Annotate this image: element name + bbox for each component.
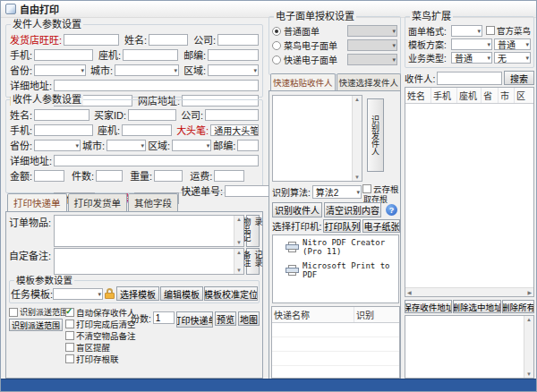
checkbox-keep-items-note[interactable] [65,331,74,340]
sender-company-input[interactable] [217,34,259,46]
scrollbar[interactable]: ▲▼ [352,96,362,181]
normal-waybill-select[interactable]: ▾ [347,25,397,37]
radio-express-waybill[interactable]: 快递电子面单 [272,53,337,66]
print-queue-button[interactable]: 打印队列 [323,219,361,233]
express-waybill-select[interactable]: ▾ [347,54,397,65]
preview-button[interactable]: 预览 [215,311,236,326]
sender-mobile-input[interactable] [34,49,93,61]
custom-note-textarea[interactable]: ▲▼ [54,248,244,275]
cainiao-waybill-select[interactable]: ▾ [347,39,397,51]
radio-normal-waybill[interactable]: 普通面单 [272,24,320,38]
recipient-district-select[interactable]: ▾ [172,140,211,151]
tab-quick-paste-recipient[interactable]: 快速粘贴收件人 [270,73,336,91]
checkbox-cloud-stub[interactable] [362,184,371,193]
paste-textarea[interactable]: ▲▼ [272,95,362,182]
recipient-province-select[interactable]: ▾ [34,140,81,151]
bigpen-select[interactable]: 通用大头笔▾ [210,124,259,136]
scrollbar[interactable]: ▲▼ [234,249,243,274]
recipient-city-select[interactable]: ▾ [107,140,146,151]
business-sub-select[interactable]: 无▾ [494,52,531,64]
table-row[interactable] [272,323,399,337]
table-row[interactable] [272,337,399,352]
table-row[interactable] [272,352,399,366]
checkbox-auto-save[interactable] [65,308,74,317]
business-type-select[interactable]: 普通▾ [451,52,492,64]
recipient-company-input[interactable] [205,109,259,121]
tab-print-invoice[interactable]: 打印发货单 [68,193,128,211]
select-template-button[interactable]: 选择模板 [116,286,159,301]
sender-zip-input[interactable] [208,49,259,61]
recipient-mobile-input[interactable] [34,124,93,136]
tab-quick-pick-sender[interactable]: 快速选择发件人 [337,73,402,90]
tab-print-express[interactable]: 打印快递单 [7,193,67,212]
recognize-recipient-button[interactable]: 识别收件人 [272,202,322,217]
sender-name-input[interactable] [149,34,188,46]
weight-input[interactable] [154,170,183,182]
radio-cainiao-waybill[interactable]: 菜鸟电子面单 [272,38,337,52]
clear-recognition-button[interactable]: 清空识别内容 [324,202,381,217]
address-note-textarea[interactable]: ▲▼ [405,315,534,379]
checkbox-clear-after-print[interactable] [65,320,74,328]
column-header[interactable]: 区 [515,88,533,103]
sender-district-select[interactable]: ▾ [208,64,259,76]
recognize-range-button[interactable]: 识别派送范围 [9,319,63,331]
waybill-format-select[interactable]: ▾ [451,25,482,37]
items-record-button[interactable]: 物品记录 [246,215,260,247]
column-header[interactable]: 快递名称 [272,307,354,322]
edit-template-button[interactable]: 编辑模板 [160,286,203,301]
sender-province-select[interactable]: ▾ [34,64,86,76]
sender-city-select[interactable]: ▾ [115,64,179,76]
scroll-down-icon[interactable]: ▼ [236,240,242,245]
help-icon[interactable]: ? [386,204,397,216]
e-paper-button[interactable]: 电子纸张 [362,219,400,233]
template-scheme-sub-select[interactable]: 普通▾ [494,38,531,50]
buyer-id-input[interactable] [128,109,176,121]
printer-list-item[interactable]: Nitro PDF Creator (Pro 11) [273,235,398,259]
freight-input[interactable] [214,170,244,182]
calibrate-template-button[interactable]: 模板校准定位 [204,286,258,301]
algorithm-select[interactable]: 算法2▾ [312,185,362,199]
column-header[interactable]: 座机 [457,88,482,103]
copies-input[interactable] [153,311,175,324]
recipient-address-input[interactable] [54,155,259,166]
delete-all-button[interactable]: 删除所有 [502,300,534,313]
checkbox-print-stub[interactable] [65,354,74,363]
save-address-button[interactable]: 保存收件地址 [405,300,452,313]
checkbox-official-cainiao[interactable] [486,26,495,35]
horizontal-scrollbar[interactable]: ◀▶ [405,287,533,296]
delete-selected-button[interactable]: 删除选中地址 [453,300,500,313]
order-items-textarea[interactable]: ▲▼ [54,215,244,247]
recipient-zip-input[interactable] [237,140,259,151]
column-header[interactable]: 识别 [354,307,399,322]
printer-list-item[interactable]: Microsoft Print to PDF [273,259,398,282]
scroll-up-icon[interactable]: ▲ [236,217,242,222]
sender-wangwang-input[interactable] [64,34,119,46]
tab-other-fields[interactable]: 其他字段 [128,193,178,211]
pieces-input[interactable] [96,170,123,182]
scrollbar[interactable]: ▲▼ [524,316,533,378]
scroll-right-icon[interactable]: ▶ [527,289,532,295]
search-button[interactable]: 搜索 [504,71,534,85]
amount-input[interactable] [34,170,64,182]
column-header[interactable]: 手机 [431,88,457,103]
scroll-left-icon[interactable]: ◀ [407,289,412,295]
recipient-search-input[interactable] [437,72,502,85]
note-record-button[interactable]: 备注记录 [246,248,260,275]
sender-landline-input[interactable] [123,49,178,61]
recipient-landline-input[interactable] [122,124,172,136]
scroll-up-icon[interactable]: ▲ [526,317,532,322]
checkbox-recognize-range[interactable] [9,308,18,317]
column-header[interactable]: 省 [482,88,499,103]
scroll-up-icon[interactable]: ▲ [354,97,360,102]
recognize-sender-button[interactable]: 识别发件人 [367,98,384,172]
sender-address-input[interactable] [54,80,259,91]
scroll-up-icon[interactable]: ▲ [236,250,242,255]
scroll-down-icon[interactable]: ▼ [526,371,532,377]
column-header[interactable]: 市 [499,88,515,103]
map-button[interactable]: 地图 [238,311,260,326]
recipient-name-input[interactable] [34,109,90,121]
scrollbar[interactable]: ▲▼ [234,216,243,246]
task-template-select[interactable]: ▾ [53,288,103,300]
checkbox-blind-alert[interactable] [65,343,74,352]
scroll-down-icon[interactable]: ▼ [236,268,242,273]
